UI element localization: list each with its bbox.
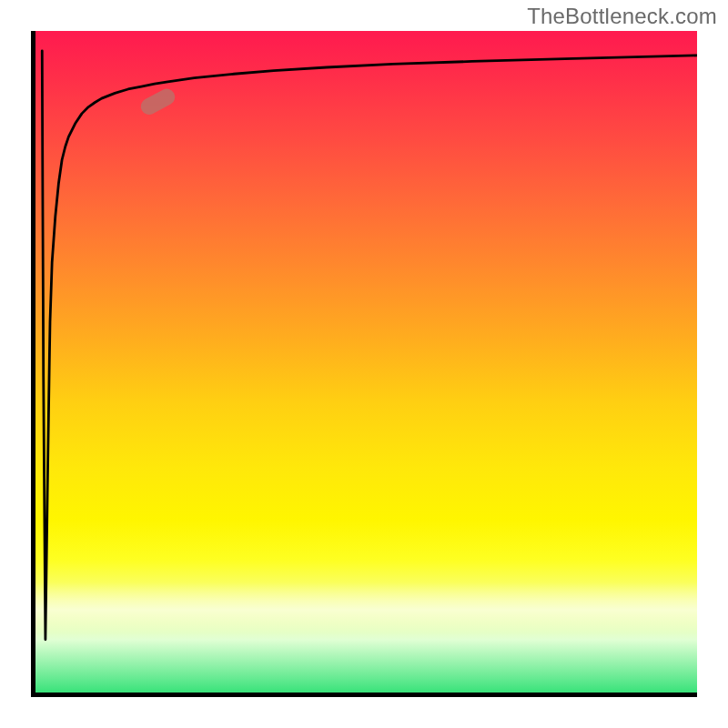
x-axis: [31, 693, 697, 697]
curve-marker: [138, 86, 178, 117]
svg-rect-0: [138, 86, 178, 117]
site-watermark: TheBottleneck.com: [527, 4, 717, 29]
bottleneck-curve-svg: [35, 31, 697, 693]
chart-container: TheBottleneck.com: [0, 0, 728, 728]
bottleneck-curve-path: [42, 51, 697, 640]
